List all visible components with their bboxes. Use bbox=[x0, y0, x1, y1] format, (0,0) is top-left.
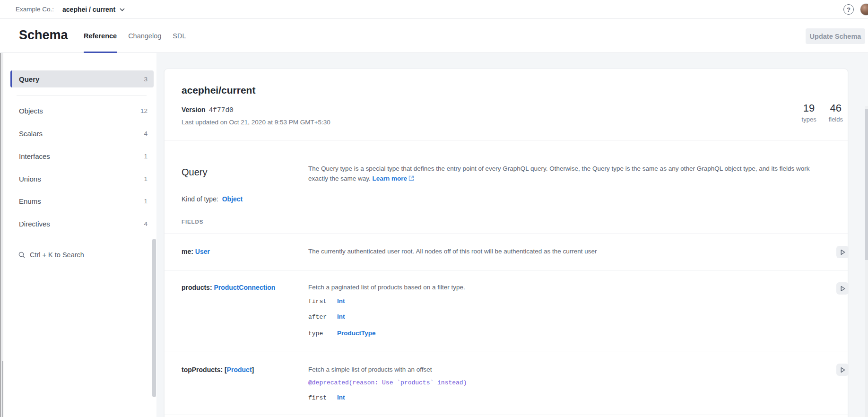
argument-row: afterInt bbox=[308, 313, 345, 321]
schema-search-trigger[interactable]: Ctrl + K to Search bbox=[18, 246, 84, 263]
sidebar-item-enums[interactable]: Enums 1 bbox=[10, 192, 154, 209]
sidebar-item-count: 1 bbox=[144, 175, 148, 182]
field-name-topproducts: topProducts: [Product] bbox=[182, 366, 254, 374]
sidebar-item-count: 4 bbox=[144, 220, 148, 227]
run-query-button[interactable] bbox=[836, 364, 849, 376]
field-type-link[interactable]: ProductConnection bbox=[214, 284, 275, 291]
sidebar-item-interfaces[interactable]: Interfaces 1 bbox=[10, 148, 154, 165]
top-bar: Example Co.: acephei / current ? bbox=[0, 0, 868, 19]
play-icon bbox=[840, 286, 846, 292]
tab-sdl[interactable]: SDL bbox=[173, 19, 186, 53]
avatar[interactable] bbox=[860, 3, 868, 16]
schema-reference-card: acephei/current Version4f77d0 Last updat… bbox=[164, 69, 848, 417]
arg-name: after bbox=[308, 313, 337, 321]
field-type-link[interactable]: User bbox=[195, 248, 210, 255]
sidebar-item-label: Unions bbox=[19, 175, 41, 183]
bracket-close: ] bbox=[252, 366, 254, 374]
app-window: Example Co.: acephei / current ? Schema … bbox=[0, 0, 868, 417]
kind-of-type: Kind of type: Object bbox=[182, 195, 243, 203]
type-name: Query bbox=[182, 167, 207, 178]
kind-value-link[interactable]: Object bbox=[222, 195, 243, 203]
divider bbox=[165, 140, 848, 140]
divider bbox=[17, 239, 147, 239]
tab-reference[interactable]: Reference bbox=[84, 19, 117, 53]
field-name-me: me: User bbox=[182, 248, 210, 255]
schema-stats: 19 types 46 fields bbox=[802, 102, 843, 123]
version-line: Version4f77d0 bbox=[182, 106, 234, 114]
sidebar-item-directives[interactable]: Directives 4 bbox=[10, 215, 154, 232]
search-hint: Ctrl + K to Search bbox=[30, 251, 84, 259]
search-icon bbox=[18, 251, 26, 259]
topbar-actions: ? bbox=[843, 0, 868, 19]
last-updated: Last updated on Oct 21, 2020 at 9:53 PM … bbox=[182, 119, 330, 126]
run-query-button[interactable] bbox=[836, 282, 849, 295]
argument-row: typeProductType bbox=[308, 330, 376, 337]
chevron-down-icon bbox=[120, 8, 125, 11]
stat-value: 19 bbox=[802, 102, 816, 114]
play-icon bbox=[840, 367, 846, 373]
fields-heading: FIELDS bbox=[182, 219, 203, 225]
argument-row: firstInt bbox=[308, 297, 345, 305]
argument-row: firstInt bbox=[308, 394, 345, 401]
sidebar-item-label: Directives bbox=[19, 220, 50, 228]
page-title: Schema bbox=[19, 28, 68, 43]
sidebar-item-label: Scalars bbox=[19, 130, 43, 138]
arg-name: first bbox=[308, 394, 337, 401]
arg-type-link[interactable]: Int bbox=[337, 297, 345, 304]
divider bbox=[165, 351, 848, 351]
graph-selector-dropdown[interactable]: acephei / current bbox=[62, 6, 125, 13]
field-description: Fetch a paginated list of products based… bbox=[308, 284, 465, 291]
sidebar-item-query[interactable]: Query 3 bbox=[10, 70, 154, 87]
schema-nav-sidebar: Query 3 Objects 12 Scalars 4 Interfaces … bbox=[3, 53, 156, 417]
arg-type-link[interactable]: ProductType bbox=[337, 330, 376, 337]
sidebar-item-scalars[interactable]: Scalars 4 bbox=[10, 125, 154, 142]
play-icon bbox=[840, 249, 846, 255]
deprecated-directive: @deprecated(reason: Use `products` inste… bbox=[308, 379, 467, 386]
graph-selector-label: acephei / current bbox=[62, 6, 115, 13]
stat-value: 46 bbox=[829, 102, 843, 114]
sidebar-item-label: Query bbox=[19, 75, 39, 83]
field-type-link[interactable]: Product bbox=[227, 366, 252, 374]
version-label: Version bbox=[182, 106, 206, 113]
sidebar-item-count: 3 bbox=[144, 76, 148, 83]
divider bbox=[165, 234, 848, 234]
divider bbox=[165, 415, 848, 415]
field-description: The currently authenticated user root. A… bbox=[308, 248, 597, 255]
field-description: Fetch a simple list of products with an … bbox=[308, 366, 432, 373]
external-link-icon bbox=[408, 175, 414, 182]
sidebar-item-count: 4 bbox=[144, 130, 148, 137]
page-header: Schema Reference Changelog SDL Update Sc… bbox=[0, 19, 868, 53]
right-scrollbar-thumb[interactable] bbox=[865, 109, 868, 260]
right-scrollbar[interactable] bbox=[865, 106, 868, 417]
org-label: Example Co.: bbox=[16, 6, 54, 13]
divider bbox=[165, 270, 848, 270]
graph-title: acephei/current bbox=[182, 85, 255, 96]
arg-type-link[interactable]: Int bbox=[337, 313, 345, 320]
sidebar-scrollbar-thumb[interactable] bbox=[152, 239, 156, 397]
stat-fields: 46 fields bbox=[829, 102, 843, 123]
sidebar-item-label: Interfaces bbox=[19, 152, 50, 160]
stat-label: fields bbox=[829, 116, 843, 123]
tab-changelog[interactable]: Changelog bbox=[128, 19, 161, 53]
arg-name: type bbox=[308, 330, 337, 337]
tab-bar: Reference Changelog SDL bbox=[84, 19, 186, 53]
left-scrollbar[interactable] bbox=[0, 53, 3, 417]
update-schema-button[interactable]: Update Schema bbox=[806, 28, 865, 44]
stat-label: types bbox=[802, 116, 816, 123]
sidebar-item-label: Objects bbox=[19, 107, 43, 115]
field-name-products: products: ProductConnection bbox=[182, 284, 275, 291]
help-icon[interactable]: ? bbox=[843, 4, 854, 15]
learn-more-link[interactable]: Learn more bbox=[373, 175, 408, 182]
arg-name: first bbox=[308, 298, 337, 305]
run-query-button[interactable] bbox=[836, 246, 849, 258]
sidebar-item-label: Enums bbox=[19, 197, 41, 205]
sidebar-item-objects[interactable]: Objects 12 bbox=[10, 102, 154, 119]
sidebar-item-count: 1 bbox=[144, 198, 148, 205]
sidebar-item-unions[interactable]: Unions 1 bbox=[10, 170, 154, 187]
sidebar-item-count: 1 bbox=[144, 153, 148, 160]
version-value: 4f77d0 bbox=[209, 106, 234, 114]
divider bbox=[17, 96, 147, 96]
type-description: The Query type is a special type that de… bbox=[308, 164, 828, 184]
arg-type-link[interactable]: Int bbox=[337, 394, 345, 401]
stat-types: 19 types bbox=[802, 102, 816, 123]
